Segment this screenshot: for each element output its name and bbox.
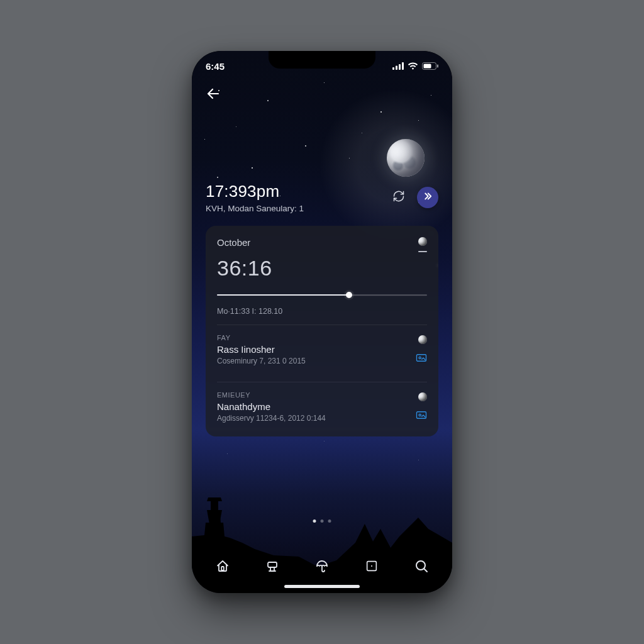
umbrella-icon (314, 558, 330, 574)
hero: 17:393pm KVH, Modan Saneulary: 1 (206, 182, 438, 213)
moon-phase-icon (418, 335, 427, 344)
event-row[interactable]: EMIEUEY Nanathdyme Agdisservy 11234-6, 2… (217, 382, 427, 433)
schedule-card: October 36:16 Mo·11:33 I: 128.10 (206, 226, 438, 436)
hero-time: 17:393pm (206, 182, 304, 201)
forward-button[interactable] (417, 187, 438, 208)
event-title: Nanathdyme (217, 401, 326, 412)
slider-thumb[interactable] (346, 292, 352, 298)
slider-fill (217, 294, 349, 296)
screen: 6:45 17:393pm (192, 51, 452, 593)
event-title: Rass Iinosher (217, 344, 306, 355)
event-tag: FAY (217, 334, 306, 341)
svg-point-19 (371, 565, 372, 567)
sign-icon (265, 558, 280, 574)
tab-bar (192, 553, 452, 579)
card-month: October (217, 237, 250, 248)
refresh-icon (392, 190, 405, 205)
card-big-value: 36:16 (217, 256, 427, 280)
moon-phase-icon (418, 237, 427, 246)
event-subtitle: Agdisservy 11234-6, 2012 0:144 (217, 414, 326, 423)
moon-phase-icon (418, 392, 427, 401)
hero-subtitle: KVH, Modan Saneulary: 1 (206, 204, 304, 213)
tab-gallery[interactable] (358, 553, 385, 579)
slider-label: Mo·11:33 I: 128.10 (217, 307, 427, 316)
back-button[interactable] (206, 84, 228, 106)
svg-rect-13 (221, 567, 224, 570)
image-icon (365, 559, 379, 573)
home-icon (215, 558, 230, 574)
arrow-left-icon (206, 86, 221, 104)
refresh-button[interactable] (389, 188, 408, 207)
notch (269, 51, 375, 69)
tab-search[interactable] (408, 553, 435, 579)
tab-alerts[interactable] (259, 553, 286, 579)
svg-point-12 (419, 414, 421, 416)
search-icon (414, 558, 429, 574)
tab-home[interactable] (209, 553, 236, 579)
svg-point-10 (419, 357, 421, 358)
map-icon[interactable] (416, 353, 427, 365)
time-slider[interactable] (217, 291, 427, 299)
event-subtitle: Coseminury 7, 231 0 2015 (217, 357, 306, 365)
phone-frame: 6:45 17:393pm (192, 51, 452, 593)
event-row[interactable]: FAY Rass Iinosher Coseminury 7, 231 0 20… (217, 325, 427, 373)
tab-weather[interactable] (309, 553, 335, 579)
chevrons-right-icon (422, 191, 433, 204)
svg-line-21 (424, 569, 427, 572)
map-icon[interactable] (416, 410, 427, 423)
minus-icon (418, 251, 427, 252)
event-tag: EMIEUEY (217, 391, 326, 399)
card-toggle[interactable] (418, 237, 427, 252)
svg-rect-14 (268, 562, 277, 567)
